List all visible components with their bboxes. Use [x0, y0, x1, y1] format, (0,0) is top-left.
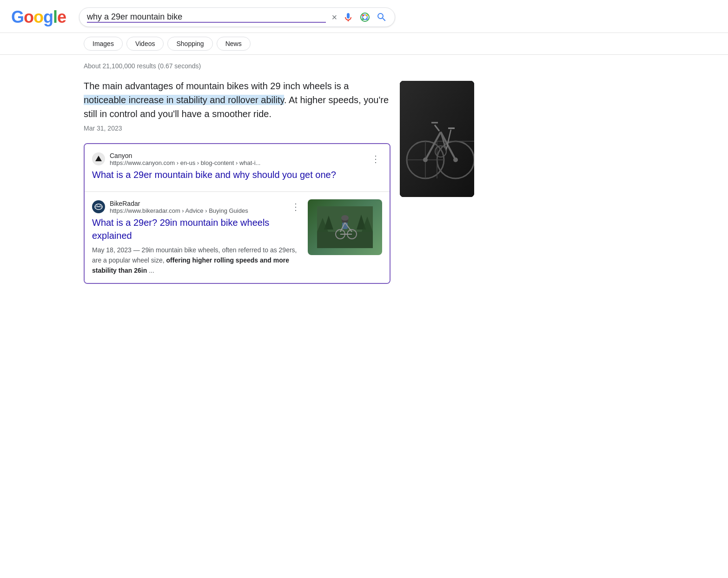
- main-results: About 21,100,000 results (0.67 seconds) …: [84, 62, 390, 293]
- search-bar: ×: [79, 7, 395, 27]
- snippet-text: The main advantages of mountain bikes wi…: [84, 79, 390, 121]
- tall-bike-thumbnail: [400, 81, 474, 197]
- microphone-icon: [343, 12, 354, 23]
- header: Google ×: [0, 0, 728, 33]
- filters-bar: Images Videos Shopping News: [0, 33, 728, 55]
- featured-snippet: The main advantages of mountain bikes wi…: [84, 79, 390, 132]
- results-area: About 21,100,000 results (0.67 seconds) …: [0, 55, 558, 301]
- bikeradar-more-options-icon[interactable]: ⋮: [289, 199, 302, 214]
- result-cards-box: Canyon https://www.canyon.com › en-us › …: [84, 143, 390, 284]
- search-icon: [376, 12, 387, 23]
- bikeradar-name-url: BikeRadar https://www.bikeradar.com › Ad…: [110, 200, 285, 214]
- bikeradar-result-with-thumb: BikeRadar https://www.bikeradar.com › Ad…: [92, 199, 382, 276]
- sidebar-thumbnails: [400, 62, 474, 293]
- canyon-favicon: [92, 152, 105, 165]
- google-lens-icon: [359, 12, 371, 23]
- tall-bike-thumbnail-inner: [400, 81, 474, 197]
- bikeradar-logo-icon: [94, 204, 103, 210]
- svg-point-0: [361, 13, 369, 21]
- bikeradar-site-name: BikeRadar: [110, 200, 285, 207]
- bikeradar-thumbnail: [308, 199, 382, 255]
- svg-point-16: [341, 215, 349, 221]
- canyon-site-url: https://www.canyon.com › en-us › blog-co…: [110, 159, 364, 166]
- canyon-site-info: Canyon https://www.canyon.com › en-us › …: [92, 151, 382, 166]
- canyon-logo-icon: [94, 155, 103, 163]
- search-input[interactable]: [87, 12, 326, 23]
- canyon-result-card: Canyon https://www.canyon.com › en-us › …: [85, 144, 390, 191]
- svg-point-39: [453, 158, 458, 162]
- snippet-date: Mar 31, 2023: [84, 125, 390, 132]
- svg-point-5: [366, 18, 368, 20]
- bikeradar-result-title[interactable]: What is a 29er? 29in mountain bike wheel…: [92, 216, 302, 242]
- canyon-result-title[interactable]: What is a 29er mountain bike and why sho…: [92, 168, 382, 181]
- clear-icon[interactable]: ×: [331, 12, 337, 23]
- bikeradar-result-snippet: May 18, 2023 — 29in mountain bike wheels…: [92, 245, 302, 276]
- lens-button[interactable]: [359, 12, 371, 23]
- canyon-more-options-icon[interactable]: ⋮: [369, 151, 382, 166]
- google-logo[interactable]: Google: [11, 7, 66, 27]
- search-button[interactable]: [376, 12, 387, 23]
- filter-shopping[interactable]: Shopping: [167, 37, 212, 51]
- microphone-button[interactable]: [343, 12, 354, 23]
- bikeradar-snippet-after: ...: [147, 267, 154, 274]
- snippet-highlight: noticeable increase in stability and rol…: [84, 95, 284, 105]
- bikeradar-result-card: BikeRadar https://www.bikeradar.com › Ad…: [85, 191, 390, 283]
- canyon-name-url: Canyon https://www.canyon.com › en-us › …: [110, 152, 364, 166]
- filter-news[interactable]: News: [217, 37, 251, 51]
- bikeradar-site-info: BikeRadar https://www.bikeradar.com › Ad…: [92, 199, 302, 214]
- results-count: About 21,100,000 results (0.67 seconds): [84, 62, 390, 70]
- snippet-text-before: The main advantages of mountain bikes wi…: [84, 81, 349, 91]
- bikeradar-site-url: https://www.bikeradar.com › Advice › Buy…: [110, 207, 285, 214]
- svg-point-2: [362, 14, 364, 16]
- bikeradar-result-content: BikeRadar https://www.bikeradar.com › Ad…: [92, 199, 302, 276]
- bikeradar-thumbnail-image: [317, 206, 373, 248]
- canyon-site-name: Canyon: [110, 152, 364, 159]
- filter-videos[interactable]: Videos: [126, 37, 164, 51]
- tall-bike-image: [400, 81, 474, 197]
- filter-images[interactable]: Images: [84, 37, 123, 51]
- bikeradar-favicon: [92, 200, 105, 213]
- svg-point-38: [423, 158, 428, 162]
- svg-marker-6: [95, 156, 102, 161]
- svg-point-3: [366, 14, 368, 16]
- svg-point-4: [362, 18, 364, 20]
